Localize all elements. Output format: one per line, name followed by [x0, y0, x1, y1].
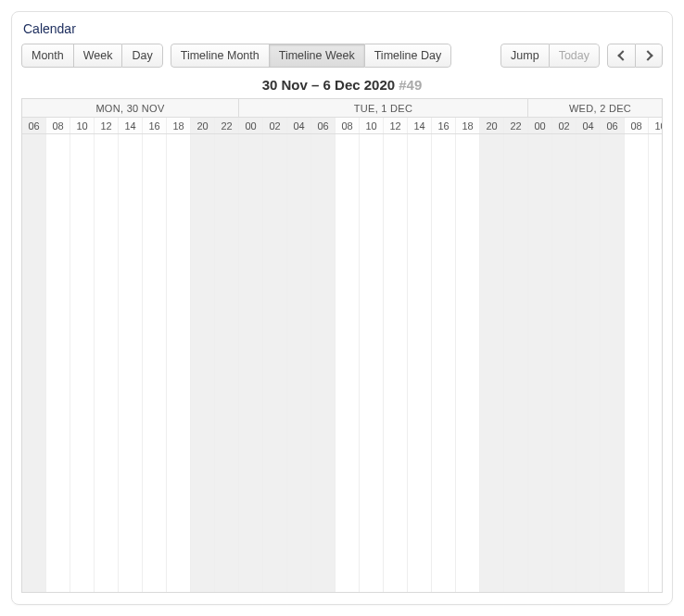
hour-column[interactable]: [504, 134, 528, 592]
hour-column[interactable]: [263, 134, 287, 592]
hours-header: 0608101214161820220002040608101214161820…: [22, 118, 663, 134]
hour-header: 18: [167, 118, 191, 133]
chevron-right-icon: [642, 50, 652, 60]
hour-column[interactable]: [456, 134, 480, 592]
hour-column[interactable]: [167, 134, 191, 592]
hour-column[interactable]: [22, 134, 46, 592]
hour-column[interactable]: [408, 134, 432, 592]
day-header: WED, 2 DEC: [528, 99, 663, 117]
day-header: TUE, 1 DEC: [239, 99, 528, 117]
hour-header: 00: [239, 118, 263, 133]
view-btn-week[interactable]: Week: [73, 44, 122, 68]
calendar-panel: Calendar MonthWeekDay Timeline MonthTime…: [11, 11, 673, 605]
hour-header: 06: [22, 118, 46, 133]
hour-column[interactable]: [649, 134, 663, 592]
panel-title: Calendar: [21, 18, 663, 44]
days-header: MON, 30 NOVTUE, 1 DECWED, 2 DEC: [22, 99, 663, 118]
today-button[interactable]: Today: [549, 44, 600, 68]
hour-header: 04: [576, 118, 601, 133]
toolbar: MonthWeekDay Timeline MonthTimeline Week…: [21, 44, 663, 73]
date-range: 30 Nov – 6 Dec 2020 #49: [21, 73, 663, 98]
hour-column[interactable]: [95, 134, 119, 592]
hour-header: 02: [263, 118, 287, 133]
hour-header: 06: [601, 118, 625, 133]
hour-column[interactable]: [528, 134, 552, 592]
hour-column[interactable]: [311, 134, 336, 592]
view-mode-group: MonthWeekDay: [21, 44, 163, 68]
hour-header: 06: [311, 118, 336, 133]
next-button[interactable]: [635, 44, 663, 68]
hour-column[interactable]: [552, 134, 576, 592]
hour-header: 20: [480, 118, 504, 133]
hour-header: 16: [143, 118, 167, 133]
week-number: #49: [399, 77, 422, 93]
timeline-btn-timeline-week[interactable]: Timeline Week: [269, 44, 364, 68]
hour-header: 18: [456, 118, 480, 133]
hour-header: 04: [287, 118, 311, 133]
hour-header: 02: [552, 118, 576, 133]
chevron-left-icon: [617, 50, 627, 60]
timeline-grid[interactable]: MON, 30 NOVTUE, 1 DECWED, 2 DEC 06081012…: [21, 98, 663, 593]
hour-column[interactable]: [432, 134, 456, 592]
hour-header: 08: [336, 118, 360, 133]
hour-column[interactable]: [239, 134, 263, 592]
hour-header: 08: [625, 118, 649, 133]
hour-header: 16: [432, 118, 456, 133]
hour-header: 00: [528, 118, 552, 133]
hour-header: 10: [70, 118, 95, 133]
hour-column[interactable]: [360, 134, 384, 592]
hour-column[interactable]: [576, 134, 601, 592]
jump-button[interactable]: Jump: [500, 44, 549, 68]
prev-button[interactable]: [607, 44, 635, 68]
jump-today-group: Jump Today: [500, 44, 600, 68]
date-range-text: 30 Nov – 6 Dec 2020: [262, 77, 395, 93]
hour-column[interactable]: [143, 134, 167, 592]
hour-header: 08: [46, 118, 70, 133]
hour-header: 20: [191, 118, 215, 133]
hour-column[interactable]: [119, 134, 143, 592]
hour-column[interactable]: [287, 134, 311, 592]
hour-column[interactable]: [336, 134, 360, 592]
hour-column[interactable]: [70, 134, 95, 592]
hour-column[interactable]: [601, 134, 625, 592]
hour-column[interactable]: [46, 134, 70, 592]
nav-group: [607, 44, 663, 68]
hour-header: 14: [119, 118, 143, 133]
hour-column[interactable]: [215, 134, 239, 592]
timeline-btn-timeline-month[interactable]: Timeline Month: [171, 44, 269, 68]
hour-header: 10: [360, 118, 384, 133]
hour-column[interactable]: [625, 134, 649, 592]
hour-column[interactable]: [384, 134, 408, 592]
hour-column[interactable]: [480, 134, 504, 592]
hour-header: 12: [95, 118, 119, 133]
day-header: MON, 30 NOV: [22, 99, 239, 117]
timeline-mode-group: Timeline MonthTimeline WeekTimeline Day: [171, 44, 451, 68]
view-btn-day[interactable]: Day: [121, 44, 162, 68]
hour-header: 22: [504, 118, 528, 133]
hour-column[interactable]: [191, 134, 215, 592]
hour-header: 14: [408, 118, 432, 133]
timeline-btn-timeline-day[interactable]: Timeline Day: [364, 44, 451, 68]
hour-header: 10: [649, 118, 663, 133]
hour-header: 22: [215, 118, 239, 133]
hour-header: 12: [384, 118, 408, 133]
grid-body[interactable]: [22, 134, 663, 592]
view-btn-month[interactable]: Month: [21, 44, 73, 68]
